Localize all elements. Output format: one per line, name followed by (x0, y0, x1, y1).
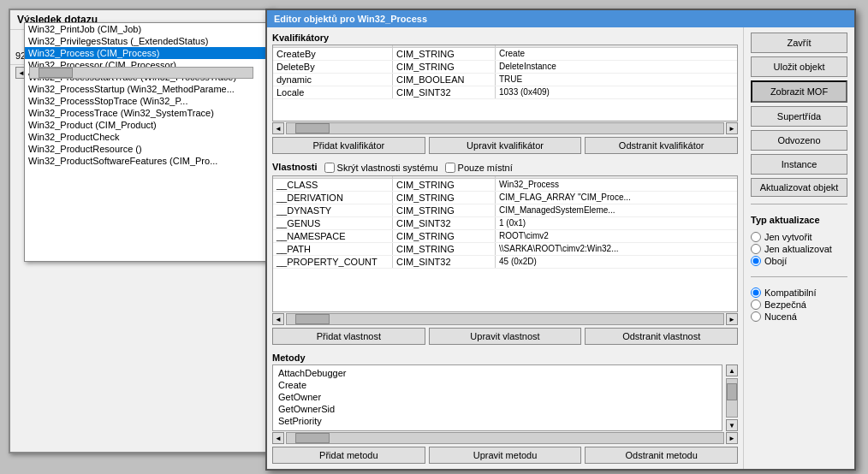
qualif-buttons: Přidat kvalifikátor Upravit kvalifikátor… (272, 137, 738, 154)
props-scroll-thumb (295, 314, 330, 324)
divider-2 (751, 276, 847, 277)
list-item[interactable]: Win32_PrivilegesStatus (_ExtendedStatus) (25, 35, 288, 47)
col-name-header (273, 45, 393, 47)
prop-row[interactable]: __CLASSCIM_STRINGWin32_Process (273, 179, 737, 192)
prop-row[interactable]: __PATHCIM_STRING\\SARKA\ROOT\cimv2:Win32… (273, 243, 737, 256)
update-button[interactable]: Aktualizovat objekt (751, 178, 847, 197)
prop-row[interactable]: __DERIVATIONCIM_STRINGCIM_FLAG_ARRAY "CI… (273, 192, 737, 204)
list-item[interactable]: Win32_Process (CIM_Process) (25, 47, 288, 59)
close-button[interactable]: Zavřít (751, 33, 847, 53)
props-header-row: Vlastnosti Skrýt vlastnosti systému Pouz… (272, 162, 738, 174)
props-scroll-right[interactable]: ► (726, 313, 738, 325)
update-type-option[interactable]: Jen aktualizovat (751, 244, 847, 254)
qualifiers-rows: CreateByCIM_STRINGCreateDeleteByCIM_STRI… (273, 48, 737, 99)
scroll-track-h (29, 67, 253, 79)
right-panel-title: Editor objektů pro Win32_Process (274, 14, 427, 24)
list-item[interactable]: Win32_ProductCheck (25, 131, 288, 143)
update-type-group: Jen vytvořitJen aktualizovatObojí (751, 228, 847, 270)
properties-section: Vlastnosti Skrýt vlastnosti systému Pouz… (272, 162, 738, 347)
edit-qualif-btn[interactable]: Upravit kvalifikátor (429, 137, 582, 154)
update-type-radio[interactable] (751, 232, 761, 242)
methods-list: AttachDebuggerCreateGetOwnerGetOwnerSidS… (272, 364, 722, 431)
remove-method-btn[interactable]: Odstranit metodu (585, 447, 738, 464)
remove-qualif-btn[interactable]: Odstranit kvalifikátor (585, 137, 738, 154)
qualif-row[interactable]: CreateByCIM_STRINGCreate (273, 48, 737, 61)
method-item[interactable]: GetOwnerSid (275, 403, 720, 415)
methods-h-scroll-right[interactable]: ► (726, 432, 738, 444)
right-sidebar: Zavřít Uložit objekt Zobrazit MOF Supert… (743, 27, 854, 469)
methods-scroll-up[interactable]: ▲ (726, 364, 738, 376)
left-panel: Výsledek dotazu Třídy nejvyšší úrov... 9… (9, 9, 274, 453)
remove-prop-btn[interactable]: Odstranit vlastnost (585, 328, 738, 345)
method-item[interactable]: SetPriority (275, 415, 720, 427)
method-buttons: Přidat metodu Upravit metodu Odstranit m… (272, 447, 738, 464)
instance-button[interactable]: Instance (751, 154, 847, 175)
hide-system-checkbox[interactable] (324, 163, 335, 173)
props-col-value (496, 176, 723, 178)
right-panel-title-bar: Editor objektů pro Win32_Process (267, 10, 854, 27)
methods-h-scroll-thumb (295, 433, 330, 443)
update-type-option[interactable]: Jen vytvořit (751, 232, 847, 242)
safety-mode-radio[interactable] (751, 299, 761, 310)
add-qualif-btn[interactable]: Přidat kvalifikátor (272, 137, 425, 154)
show-mof-button[interactable]: Zobrazit MOF (751, 80, 847, 103)
list-item[interactable]: Win32_ProcessStartup (Win32_MethodParame… (25, 83, 288, 95)
prop-row[interactable]: __PROPERTY_COUNTCIM_SINT3245 (0x2D) (273, 256, 737, 269)
method-item[interactable]: AttachDebugger (275, 367, 720, 379)
update-type-radio[interactable] (751, 256, 761, 266)
scroll-col (723, 45, 737, 47)
methods-scroll-down[interactable]: ▼ (726, 419, 738, 431)
update-type-option[interactable]: Obojí (751, 256, 847, 266)
methods-h-scroll-track (286, 432, 724, 444)
safety-mode-group: KompatibilníBezpečnáNucená (751, 284, 847, 325)
safety-mode-option[interactable]: Nucená (751, 311, 847, 322)
col-type-header (393, 45, 496, 47)
props-scroll-track (286, 313, 724, 325)
qualif-row[interactable]: DeleteByCIM_STRINGDeleteInstance (273, 61, 737, 74)
list-item[interactable]: Win32_Product (CIM_Product) (25, 119, 288, 131)
qualif-scroll-thumb (295, 123, 330, 133)
local-only-text: Pouze místní (458, 163, 513, 173)
divider-1 (751, 204, 847, 204)
local-only-checkbox[interactable] (445, 163, 455, 173)
save-button[interactable]: Uložit objekt (751, 56, 847, 77)
method-item[interactable]: GetOwner (275, 391, 720, 403)
qualif-row[interactable]: LocaleCIM_SINT321033 (0x409) (273, 86, 737, 99)
properties-list: __CLASSCIM_STRINGWin32_Process__DERIVATI… (272, 175, 738, 312)
list-item[interactable]: Win32_PrintJob (CIM_Job) (25, 23, 288, 35)
properties-rows: __CLASSCIM_STRINGWin32_Process__DERIVATI… (273, 179, 737, 269)
edit-prop-btn[interactable]: Upravit vlastnost (429, 328, 582, 345)
local-only-label: Pouze místní (445, 163, 513, 173)
update-type-label: Typ aktualizace (751, 215, 847, 225)
qualifiers-section: Kvalifikátory CreateByCIM_STRINGCreateDe… (272, 33, 738, 157)
props-col-name (273, 176, 393, 178)
safety-mode-option[interactable]: Bezpečná (751, 299, 847, 310)
list-item[interactable]: Win32_ProcessTrace (Win32_SystemTrace) (25, 107, 288, 119)
qualif-scroll-left[interactable]: ◄ (272, 122, 284, 134)
methods-section: Metody AttachDebuggerCreateGetOwnerGetOw… (272, 353, 738, 464)
prop-row[interactable]: __GENUSCIM_SINT321 (0x1) (273, 217, 737, 230)
qualif-scroll-right[interactable]: ► (726, 122, 738, 134)
derived-button[interactable]: Odvozeno (751, 130, 847, 151)
safety-mode-radio[interactable] (751, 311, 761, 322)
props-scroll-left[interactable]: ◄ (272, 313, 284, 325)
prop-row[interactable]: __DYNASTYCIM_STRINGCIM_ManagedSystemElem… (273, 204, 737, 217)
add-prop-btn[interactable]: Přidat vlastnost (272, 328, 425, 345)
main-content: Kvalifikátory CreateByCIM_STRINGCreateDe… (267, 27, 743, 469)
superclass-button[interactable]: Supertřída (751, 106, 847, 127)
list-item[interactable]: Win32_ProductSoftwareFeatures (CIM_Pro..… (25, 155, 288, 167)
methods-label: Metody (272, 353, 738, 363)
safety-mode-option[interactable]: Kompatibilní (751, 287, 847, 298)
method-item[interactable]: Create (275, 379, 720, 391)
list-item[interactable]: Win32_ProductResource () (25, 143, 288, 155)
safety-mode-radio[interactable] (751, 287, 761, 298)
edit-method-btn[interactable]: Upravit metodu (429, 447, 582, 464)
list-item[interactable]: Win32_ProcessStopTrace (Win32_P... (25, 95, 288, 107)
hide-system-text: Skrýt vlastnosti systému (337, 163, 438, 173)
methods-h-scroll-left[interactable]: ◄ (272, 432, 284, 444)
update-type-radio[interactable] (751, 244, 761, 254)
add-method-btn[interactable]: Přidat metodu (272, 447, 425, 464)
prop-row[interactable]: __NAMESPACECIM_STRINGROOT\cimv2 (273, 230, 737, 243)
qualif-row[interactable]: dynamicCIM_BOOLEANTRUE (273, 74, 737, 86)
props-col-type (393, 176, 496, 178)
